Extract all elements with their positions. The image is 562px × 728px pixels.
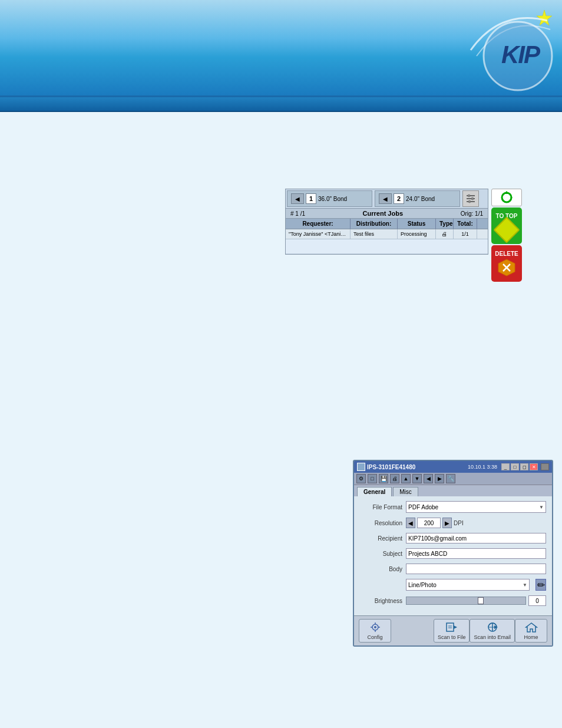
toolbar-icon-9[interactable]: 🔧 xyxy=(446,474,455,483)
tab-general[interactable]: General xyxy=(357,487,392,496)
file-format-value: PDF Adobe xyxy=(408,504,438,510)
svg-point-8 xyxy=(468,200,471,203)
scan-footer: Config Scan to File xyxy=(354,615,552,645)
roll-2-selector[interactable]: ◀ 2 24.0" Bond xyxy=(375,190,460,207)
scan-body: File Format PDF Adobe ▼ Resolution ◀ 200… xyxy=(354,496,552,615)
resolution-increase-btn[interactable]: ▶ xyxy=(442,518,452,528)
tab-misc[interactable]: Misc xyxy=(393,487,418,496)
toolbar-icon-6[interactable]: ▼ xyxy=(412,474,422,483)
body-row: Body xyxy=(360,564,546,574)
queue-config-icon[interactable] xyxy=(462,190,479,207)
resolution-decrease-btn[interactable]: ◀ xyxy=(406,518,415,528)
scan-title-left: IPS-3101FE41480 xyxy=(357,463,415,471)
scan-into-email-button[interactable]: Scan into Email xyxy=(470,619,515,643)
svg-point-14 xyxy=(374,626,376,628)
resolution-unit: DPI xyxy=(454,520,464,526)
scan-to-file-button[interactable]: Scan to File xyxy=(434,619,470,643)
toolbar-icon-4[interactable]: 🖨 xyxy=(390,474,399,483)
subject-input[interactable]: Projects ABCD xyxy=(406,548,546,559)
toolbar-icon-3[interactable]: 💾 xyxy=(379,474,388,483)
refresh-button[interactable] xyxy=(491,189,522,206)
home-label: Home xyxy=(524,634,538,640)
header: KIP xyxy=(0,0,562,97)
col-total: Total: xyxy=(454,219,477,229)
side-buttons: TO TOP DELETE xyxy=(491,189,522,282)
file-format-select[interactable]: PDF Adobe ▼ xyxy=(406,501,546,513)
col-type: Type xyxy=(436,219,454,229)
cell-requester: "Tony Janisse" <TJanisse@N-Namerica.co xyxy=(286,229,351,239)
queue-position: # 1 /1 xyxy=(290,210,305,217)
scan-window: IPS-3101FE41480 10.10.1 3:38 _ □ ◻ ✕ ⚙ □… xyxy=(353,460,553,647)
recipient-input[interactable]: KIP7100s@gmail.com xyxy=(406,533,546,543)
restore-button[interactable]: ◻ xyxy=(520,463,528,470)
delete-button[interactable]: DELETE xyxy=(491,245,522,282)
cell-type: 🖨 xyxy=(436,229,454,239)
body-label: Body xyxy=(360,566,402,572)
empty-row xyxy=(286,239,488,254)
scan-toolbar: ⚙ □ 💾 🖨 ▲ ▼ ◀ ▶ 🔧 xyxy=(354,473,552,485)
brightness-thumb[interactable] xyxy=(478,597,484,604)
roll-selectors-row: ◀ 1 36.0" Bond ◀ 2 24.0" Bond xyxy=(286,189,488,208)
col-requester: Requester: xyxy=(286,219,351,229)
toolbar-icon-1[interactable]: ⚙ xyxy=(356,474,366,483)
home-button[interactable]: Home xyxy=(515,619,547,643)
kip-logo-svg: KIP xyxy=(453,3,556,91)
scan-window-title: IPS-3101FE41480 xyxy=(367,464,415,470)
to-top-diamond-icon xyxy=(493,216,520,243)
maximize-button[interactable]: □ xyxy=(511,463,519,470)
minimize-button[interactable]: _ xyxy=(501,463,510,470)
queue-orig: Orig: 1/1 xyxy=(461,210,483,217)
logo-container: KIP xyxy=(453,3,556,91)
delete-icon xyxy=(497,258,516,277)
brightness-label: Brightness xyxy=(360,598,402,604)
linephoto-edit-icon[interactable]: ✏ xyxy=(535,579,546,591)
roll-2-back-btn[interactable]: ◀ xyxy=(379,193,392,204)
resolution-label: Resolution xyxy=(360,520,402,526)
cell-total: 1/1 xyxy=(454,229,477,239)
roll-1-back-btn[interactable]: ◀ xyxy=(291,193,304,204)
scan-to-file-label: Scan to File xyxy=(438,634,466,640)
config-label: Config xyxy=(367,634,382,640)
scan-title-right: 10.10.1 3:38 _ □ ◻ ✕ xyxy=(468,463,549,470)
scan-tabs: General Misc xyxy=(354,485,552,496)
resolution-row: Resolution ◀ 200 ▶ DPI xyxy=(360,518,546,528)
scan-app-icon xyxy=(357,463,365,471)
queue-column-headers: Requester: Distribution: Status Type Tot… xyxy=(286,219,488,229)
brightness-slider[interactable] xyxy=(406,597,526,605)
nav-bar xyxy=(0,97,562,112)
resolution-control: ◀ 200 ▶ DPI xyxy=(406,518,546,528)
toolbar-icon-5[interactable]: ▲ xyxy=(401,474,411,483)
roll-2-name: 24.0" Bond xyxy=(406,196,435,202)
close-button[interactable]: ✕ xyxy=(530,463,538,470)
queue-header: # 1 /1 Current Jobs Orig: 1/1 xyxy=(286,208,488,219)
brightness-control: 0 xyxy=(406,595,546,606)
scan-titlebar: IPS-3101FE41480 10.10.1 3:38 _ □ ◻ ✕ xyxy=(354,461,552,473)
subject-value: Projects ABCD xyxy=(408,551,447,557)
toolbar-icon-8[interactable]: ▶ xyxy=(435,474,444,483)
queue-label: Current Jobs xyxy=(363,210,403,217)
recipient-label: Recipient xyxy=(360,535,402,542)
roll-1-number: 1 xyxy=(306,193,316,204)
to-top-button[interactable]: TO TOP xyxy=(491,207,522,244)
roll-2-number: 2 xyxy=(394,193,404,204)
body-input[interactable] xyxy=(406,564,546,574)
delete-label: DELETE xyxy=(495,251,518,257)
svg-point-6 xyxy=(468,195,470,197)
roll-1-selector[interactable]: ◀ 1 36.0" Bond xyxy=(287,190,372,207)
scan-time: 10.10.1 3:38 xyxy=(468,464,497,470)
linephoto-row: Line/Photo ▼ ✏ xyxy=(360,579,546,591)
resolution-value[interactable]: 200 xyxy=(417,518,441,528)
subject-row: Subject Projects ABCD xyxy=(360,548,546,559)
toolbar-icon-7[interactable]: ◀ xyxy=(424,474,433,483)
config-button[interactable]: Config xyxy=(359,619,391,643)
job-queue-panel: ◀ 1 36.0" Bond ◀ 2 24.0" Bond xyxy=(285,189,550,282)
extra-btn[interactable] xyxy=(541,463,549,470)
col-distribution: Distribution: xyxy=(351,219,398,229)
cell-status: Processing xyxy=(398,229,436,239)
linephoto-select[interactable]: Line/Photo ▼ xyxy=(406,579,530,591)
toolbar-icon-2[interactable]: □ xyxy=(368,474,377,483)
job-queue-window: ◀ 1 36.0" Bond ◀ 2 24.0" Bond xyxy=(285,189,488,255)
brightness-value: 0 xyxy=(528,595,546,606)
recipient-value: KIP7100s@gmail.com xyxy=(408,535,467,542)
file-format-arrow: ▼ xyxy=(539,505,544,510)
